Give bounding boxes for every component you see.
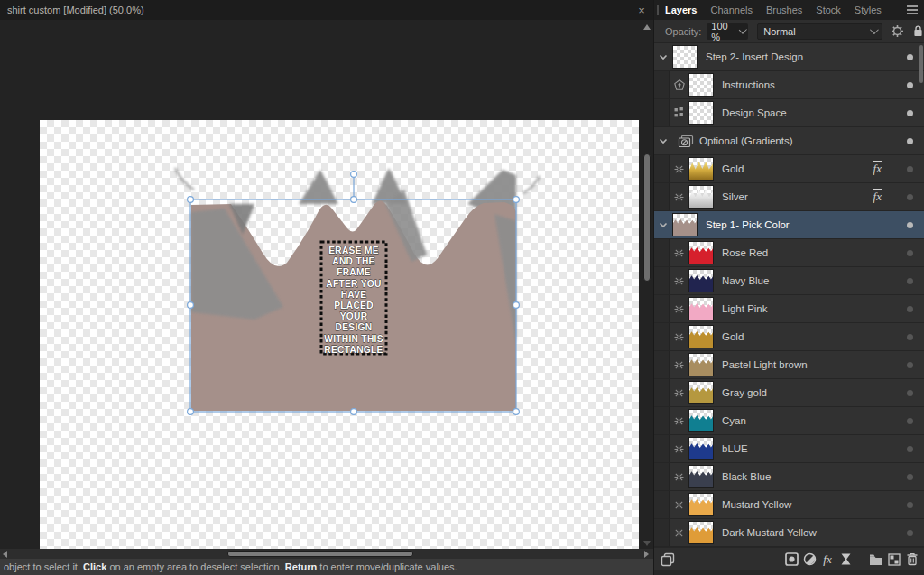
opacity-input[interactable]: 100 % <box>707 23 748 40</box>
layer-row-rose-red[interactable]: Rose Red <box>654 239 924 267</box>
layer-settings-button[interactable] <box>891 24 904 38</box>
layer-thumbnail[interactable] <box>688 241 714 264</box>
visibility-toggle[interactable] <box>907 250 913 256</box>
fx-icon[interactable]: fx <box>818 551 836 569</box>
visibility-toggle[interactable] <box>907 446 913 452</box>
delete-icon[interactable] <box>903 551 921 569</box>
visibility-toggle[interactable] <box>907 418 913 424</box>
visibility-toggle[interactable] <box>907 502 913 508</box>
pattern-icon[interactable] <box>885 551 903 569</box>
visibility-toggle[interactable] <box>907 334 913 340</box>
close-icon[interactable]: × <box>630 4 653 17</box>
selection-handle[interactable] <box>188 197 194 203</box>
layer-row-step-1-pick-color[interactable]: Step 1- Pick Color <box>654 211 924 239</box>
layer-row-gold[interactable]: Gold <box>654 323 924 351</box>
selection-handle[interactable] <box>188 302 194 309</box>
panel-menu-icon[interactable] <box>907 5 918 16</box>
expand-chevron-icon[interactable] <box>654 222 672 228</box>
fx-badge[interactable]: fx <box>873 162 882 176</box>
visibility-toggle[interactable] <box>907 390 913 396</box>
visibility-toggle[interactable] <box>907 278 913 284</box>
visibility-toggle[interactable] <box>907 110 913 116</box>
layer-thumbnail[interactable] <box>688 325 714 348</box>
layer-thumbnail[interactable] <box>672 45 698 69</box>
layer-thumbnail[interactable] <box>688 437 714 460</box>
mask-icon[interactable] <box>782 551 800 569</box>
layer-thumbnail[interactable] <box>688 297 714 320</box>
tab-channels[interactable]: Channels <box>710 5 752 15</box>
layer-thumbnail[interactable] <box>688 465 714 488</box>
layer-thumbnail[interactable] <box>688 493 714 516</box>
pasteboard[interactable]: ERASE MEAND THEFRAMEAFTER YOUHAVEPLACEDY… <box>0 20 641 549</box>
visibility-toggle[interactable] <box>907 166 913 172</box>
scroll-down-icon[interactable] <box>643 541 651 546</box>
fx-badge[interactable]: fx <box>873 190 882 204</box>
visibility-toggle[interactable] <box>907 222 913 228</box>
snowflake-icon <box>670 444 688 454</box>
visibility-toggle[interactable] <box>907 82 913 88</box>
selection-handle[interactable] <box>351 197 357 203</box>
layer-row-gold[interactable]: Goldfx <box>654 155 924 183</box>
layer-row-pastel-light-brown[interactable]: Pastel Light brown <box>654 351 924 379</box>
scroll-up-icon[interactable] <box>643 24 651 30</box>
layer-thumbnail[interactable] <box>672 213 698 236</box>
layer-thumbnail[interactable] <box>688 185 714 209</box>
expand-chevron-icon[interactable] <box>654 138 672 144</box>
duplicate-icon[interactable] <box>659 551 677 569</box>
tab-layers[interactable]: Layers <box>665 5 697 15</box>
expand-chevron-icon[interactable] <box>654 54 672 60</box>
vertical-scrollbar[interactable] <box>641 20 653 549</box>
visibility-toggle[interactable] <box>907 194 913 200</box>
tab-styles[interactable]: Styles <box>855 5 882 15</box>
layer-row-design-space[interactable]: Design Space <box>654 99 924 127</box>
layer-thumbnail[interactable] <box>688 73 714 97</box>
layer-thumbnail[interactable] <box>688 269 714 292</box>
layer-thumbnail[interactable] <box>688 353 714 376</box>
layer-row-light-pink[interactable]: Light Pink <box>654 295 924 323</box>
visibility-toggle[interactable] <box>907 138 913 144</box>
visibility-toggle[interactable] <box>907 362 913 368</box>
layer-row-step-2-insert-design[interactable]: Step 2- Insert Design <box>654 43 924 71</box>
group-icon[interactable] <box>867 551 885 569</box>
layer-row-cyan[interactable]: Cyan <box>654 407 924 435</box>
layer-thumbnail[interactable] <box>688 409 714 432</box>
shirt-object[interactable]: ERASE MEAND THEFRAMEAFTER YOUHAVEPLACEDY… <box>40 120 639 549</box>
scroll-left-icon[interactable] <box>3 551 7 558</box>
selection-handle[interactable] <box>513 197 520 203</box>
panel-scroll-thumb[interactable] <box>919 45 923 83</box>
tab-brushes[interactable]: Brushes <box>766 5 802 15</box>
layer-row-optional-gradients[interactable]: Optional (Gradients) <box>654 127 924 155</box>
vertical-scroll-thumb[interactable] <box>643 153 651 282</box>
thumbnail-color-shape <box>689 242 713 264</box>
rotation-handle[interactable] <box>351 172 357 178</box>
visibility-toggle[interactable] <box>907 306 913 312</box>
selection-handle[interactable] <box>513 409 520 415</box>
layer-thumbnail[interactable] <box>688 157 714 181</box>
horizontal-scroll-thumb[interactable] <box>227 551 413 557</box>
adjustment-icon[interactable] <box>800 551 818 569</box>
blend-mode-select[interactable]: Normal <box>757 23 882 40</box>
layer-row-dark-mustard-yellow[interactable]: Dark Mustard Yellow <box>654 519 924 547</box>
layer-thumbnail[interactable] <box>688 521 714 544</box>
selection-handle[interactable] <box>188 409 194 415</box>
layer-thumbnail[interactable] <box>688 381 714 404</box>
document-canvas[interactable]: ERASE MEAND THEFRAMEAFTER YOUHAVEPLACEDY… <box>40 120 639 549</box>
layer-row-black-blue[interactable]: Black Blue <box>654 463 924 491</box>
layer-row-gray-gold[interactable]: Gray gold <box>654 379 924 407</box>
layer-row-blue[interactable]: bLUE <box>654 435 924 463</box>
visibility-toggle[interactable] <box>907 530 913 536</box>
layer-row-navy-blue[interactable]: Navy Blue <box>654 267 924 295</box>
layer-row-silver[interactable]: Silverfx <box>654 183 924 211</box>
layer-row-mustard-yellow[interactable]: Mustard Yellow <box>654 491 924 519</box>
visibility-toggle[interactable] <box>907 474 913 480</box>
selection-handle[interactable] <box>351 409 357 415</box>
selection-handle[interactable] <box>513 302 520 309</box>
layer-thumbnail[interactable] <box>688 101 714 125</box>
scroll-right-icon[interactable] <box>644 551 649 558</box>
lock-button[interactable] <box>912 24 924 38</box>
visibility-toggle[interactable] <box>907 54 913 60</box>
layer-row-instructions[interactable]: Instructions <box>654 71 924 99</box>
live-filter-icon[interactable] <box>836 551 855 569</box>
horizontal-scrollbar[interactable] <box>0 549 653 559</box>
tab-stock[interactable]: Stock <box>816 5 841 15</box>
